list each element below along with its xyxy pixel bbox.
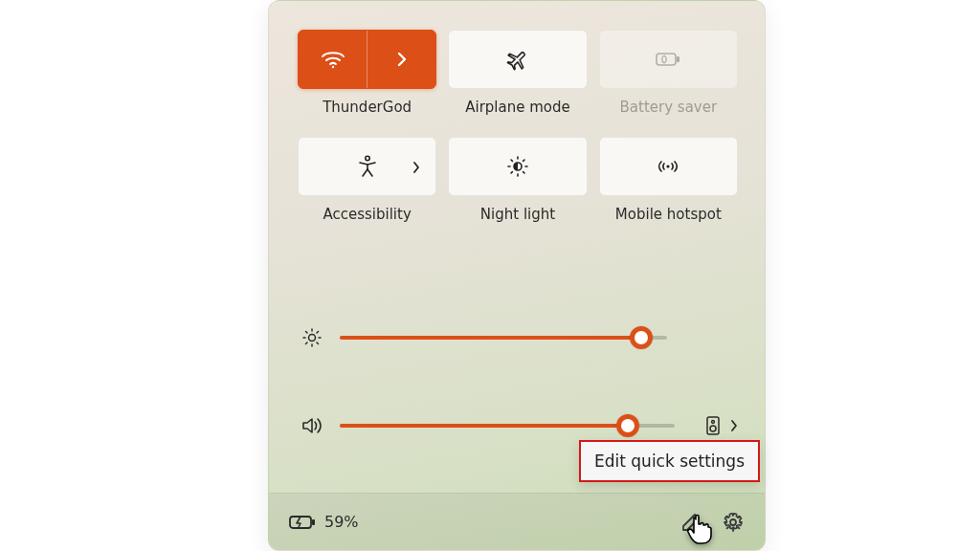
battery-status[interactable]: 59% <box>288 513 359 532</box>
wifi-tile-label: ThunderGod <box>323 99 412 116</box>
night-light-tile-label: Night light <box>480 206 555 223</box>
svg-point-25 <box>710 426 716 431</box>
slider-area <box>298 321 738 442</box>
wifi-tile[interactable] <box>298 30 436 89</box>
battery-percent-label: 59% <box>324 513 359 531</box>
svg-line-22 <box>317 332 319 334</box>
airplane-tile-wrap: Airplane mode <box>448 30 587 116</box>
chevron-right-icon <box>396 51 408 68</box>
accessibility-tile-wrap: Accessibility <box>298 137 436 223</box>
svg-rect-27 <box>312 519 315 525</box>
battery-saver-tile-label: Battery saver <box>620 99 718 116</box>
chevron-right-icon <box>412 161 420 174</box>
battery-saver-icon <box>654 50 682 69</box>
battery-charging-icon <box>288 513 317 532</box>
svg-line-20 <box>317 342 319 344</box>
svg-rect-26 <box>290 517 311 528</box>
mouse-pointer-icon <box>685 511 714 545</box>
hotspot-tile-wrap: Mobile hotspot <box>599 137 738 223</box>
audio-output-button[interactable] <box>730 419 738 432</box>
wifi-expand-button[interactable] <box>368 31 435 88</box>
svg-line-21 <box>306 342 308 344</box>
accessibility-tile[interactable] <box>298 137 436 196</box>
svg-point-3 <box>365 156 368 160</box>
svg-line-11 <box>511 172 512 173</box>
svg-point-14 <box>309 335 316 342</box>
wifi-toggle-area[interactable] <box>299 31 368 88</box>
settings-button[interactable] <box>721 510 746 535</box>
volume-icon <box>298 415 326 436</box>
hotspot-tile[interactable] <box>599 137 738 196</box>
airplane-tile-label: Airplane mode <box>465 99 570 116</box>
chevron-right-icon <box>730 419 738 432</box>
hotspot-tile-label: Mobile hotspot <box>615 206 722 223</box>
brightness-slider-row <box>298 321 738 354</box>
svg-point-0 <box>331 66 333 68</box>
svg-line-9 <box>511 160 512 161</box>
svg-line-12 <box>523 160 524 161</box>
tooltip-edit-quick-settings: Edit quick settings <box>579 440 760 482</box>
night-light-tile[interactable] <box>448 137 587 196</box>
accessibility-icon <box>357 155 378 178</box>
volume-slider-row <box>298 409 738 442</box>
quick-action-grid: ThunderGod Airplane mode Battery saver <box>298 30 738 223</box>
svg-rect-2 <box>677 56 679 62</box>
svg-point-29 <box>730 519 736 525</box>
brightness-slider-thumb[interactable] <box>630 326 653 349</box>
audio-device-icon <box>705 415 721 436</box>
wifi-icon <box>321 50 345 69</box>
volume-slider-thumb[interactable] <box>616 414 639 437</box>
brightness-icon <box>298 327 326 348</box>
night-light-icon <box>506 155 529 178</box>
svg-line-10 <box>523 172 524 173</box>
hotspot-icon <box>656 156 680 177</box>
brightness-slider[interactable] <box>340 326 667 349</box>
battery-saver-tile <box>599 30 738 89</box>
volume-slider[interactable] <box>340 414 675 437</box>
svg-point-13 <box>667 165 670 167</box>
svg-line-19 <box>306 332 308 334</box>
night-light-tile-wrap: Night light <box>448 137 587 223</box>
airplane-icon <box>505 48 530 71</box>
svg-point-24 <box>712 421 715 424</box>
battery-saver-tile-wrap: Battery saver <box>599 30 738 116</box>
airplane-tile[interactable] <box>448 30 587 89</box>
accessibility-tile-label: Accessibility <box>323 206 412 223</box>
wifi-tile-wrap: ThunderGod <box>298 30 436 116</box>
gear-icon <box>723 512 744 533</box>
